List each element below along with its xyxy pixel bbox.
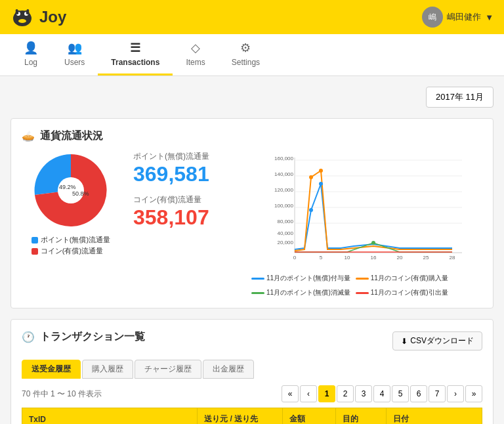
chart-legend-orange-label: 11月のコイン(有償)購入量	[371, 274, 448, 283]
svg-point-36	[371, 241, 375, 245]
currency-content: 49.2% 50.8% ポイント(無償)流通量 コイン(有償)流通量	[22, 151, 482, 297]
line-chart: 160,000 140,000 120,000 100,000 80,000 4…	[251, 151, 482, 269]
pie-chart: 49.2% 50.8%	[32, 151, 110, 230]
svg-text:140,000: 140,000	[274, 171, 293, 177]
chevron-down-icon: ▼	[485, 12, 494, 22]
transactions-section: 🕐 トランザクション一覧 ⬇ CSVダウンロード 送受金履歴 購入履歴 チャージ…	[10, 319, 494, 424]
svg-point-35	[319, 169, 323, 173]
svg-text:20: 20	[397, 255, 403, 261]
page-2-button[interactable]: 2	[337, 385, 354, 402]
chart-legend-green-label: 11月のポイント(無償)消滅量	[266, 288, 350, 297]
chart-legend-line-green	[251, 292, 264, 294]
nav-item-users[interactable]: 👥 Users	[51, 34, 98, 75]
chart-legend-red: 11月のコイン(有償)引出量	[356, 288, 448, 297]
log-icon: 👤	[24, 41, 38, 55]
legend-blue: ポイント(無償)流通量	[32, 235, 110, 245]
page-3-button[interactable]: 3	[355, 385, 372, 402]
transactions-icon: ☰	[130, 41, 140, 55]
chart-legend-blue-label: 11月のポイント(無償)付与量	[266, 274, 350, 283]
logo-area: Joy	[10, 5, 66, 29]
svg-text:100,000: 100,000	[274, 203, 293, 209]
nav-item-transactions[interactable]: ☰ Transactions	[98, 34, 173, 75]
nav-item-log[interactable]: 👤 Log	[10, 34, 51, 75]
pie-legend: ポイント(無償)流通量 コイン(有償)流通量	[32, 235, 110, 257]
point-label: ポイント(無償)流通量	[133, 151, 238, 162]
nav-label-settings: Settings	[232, 58, 260, 67]
col-amount: 金額	[283, 408, 336, 425]
avatar-initials: 嶋	[429, 12, 436, 23]
pagination: « ‹ 1 2 3 4 5 6 7 › »	[282, 385, 482, 402]
svg-text:5: 5	[320, 255, 323, 261]
logo-icon	[10, 5, 34, 29]
svg-text:80,000: 80,000	[278, 219, 294, 224]
date-selector-button[interactable]: 2017年 11月	[426, 87, 494, 108]
page-5-button[interactable]: 5	[392, 385, 409, 402]
svg-text:40,000: 40,000	[278, 230, 294, 236]
svg-text:16: 16	[371, 255, 377, 261]
page-6-button[interactable]: 6	[410, 385, 427, 402]
svg-text:120,000: 120,000	[274, 187, 293, 193]
page-4-button[interactable]: 4	[373, 385, 390, 402]
page-first-button[interactable]: «	[282, 385, 299, 402]
chart-legend-line-blue	[251, 278, 264, 280]
legend-red-label: コイン(有償)流通量	[41, 246, 103, 256]
currency-title-text: 通貨流通状況	[40, 129, 103, 143]
svg-text:20,000: 20,000	[278, 240, 294, 245]
svg-text:49.2%: 49.2%	[59, 184, 76, 190]
items-icon: ◇	[191, 41, 200, 55]
chart-legend-orange: 11月のコイン(有償)購入量	[356, 274, 448, 283]
header: Joy 嶋 嶋田健作 ▼	[0, 0, 504, 34]
table-header-row: TxID 送り元 / 送り先 金額 目的 日付	[22, 408, 482, 425]
col-from-to: 送り元 / 送り先	[198, 408, 283, 425]
svg-point-7	[18, 19, 26, 23]
svg-text:28: 28	[450, 255, 455, 261]
transactions-header: 🕐 トランザクション一覧 ⬇ CSVダウンロード	[22, 330, 482, 352]
legend-red: コイン(有償)流通量	[32, 246, 110, 256]
nav-item-items[interactable]: ◇ Items	[173, 34, 218, 75]
coin-stat: コイン(有償)流通量 358,107	[133, 194, 238, 230]
legend-red-dot	[32, 248, 38, 255]
transaction-tabs: 送受金履歴 購入履歴 チャージ履歴 出金履歴	[22, 360, 482, 379]
currency-section-title: 🥧 通貨流通状況	[22, 129, 482, 143]
tab-withdraw[interactable]: 出金履歴	[203, 360, 254, 379]
col-txid: TxID	[22, 408, 198, 425]
user-menu[interactable]: 嶋 嶋田健作 ▼	[422, 7, 494, 28]
transactions-title-icon: 🕐	[22, 331, 35, 343]
coin-label: コイン(有償)流通量	[133, 194, 238, 205]
chart-legend-line-red	[356, 292, 369, 294]
page-1-button[interactable]: 1	[318, 385, 335, 402]
col-date: 日付	[386, 408, 482, 425]
page-7-button[interactable]: 7	[429, 385, 446, 402]
svg-text:25: 25	[423, 255, 429, 261]
coin-value: 358,107	[133, 205, 238, 230]
chart-legend: 11月のポイント(無償)付与量 11月のコイン(有償)購入量 11月のポイント(…	[251, 274, 482, 297]
svg-text:10: 10	[345, 255, 350, 261]
page-prev-button[interactable]: ‹	[300, 385, 317, 402]
logo-text: Joy	[39, 8, 66, 26]
svg-text:0: 0	[293, 255, 297, 261]
transactions-title: 🕐 トランザクション一覧	[22, 330, 145, 344]
page-last-button[interactable]: »	[465, 385, 482, 402]
csv-download-button[interactable]: ⬇ CSVダウンロード	[392, 331, 482, 350]
nav-label-log: Log	[24, 58, 37, 67]
point-stat: ポイント(無償)流通量 369,581	[133, 151, 238, 186]
csv-label: CSVダウンロード	[410, 335, 474, 347]
settings-icon: ⚙	[240, 41, 251, 55]
tab-send-receive[interactable]: 送受金履歴	[22, 360, 81, 379]
currency-section: 🥧 通貨流通状況 49.2% 50.8% ポイント(無償)流	[10, 118, 494, 308]
page-content: 2017年 11月 🥧 通貨流通状況 49.2% 50.8%	[0, 76, 504, 424]
users-icon: 👥	[68, 41, 82, 55]
nav-item-settings[interactable]: ⚙ Settings	[219, 34, 273, 75]
currency-title-icon: 🥧	[22, 130, 35, 142]
chart-legend-red-label: 11月のコイン(有償)引出量	[371, 288, 448, 297]
tab-charge[interactable]: チャージ履歴	[135, 360, 201, 379]
nav-label-items: Items	[186, 58, 205, 67]
page-next-button[interactable]: ›	[447, 385, 464, 402]
user-name: 嶋田健作	[447, 11, 481, 23]
svg-point-34	[309, 175, 313, 179]
transactions-title-text: トランザクション一覧	[40, 330, 145, 344]
point-value: 369,581	[133, 162, 238, 186]
line-chart-area: 160,000 140,000 120,000 100,000 80,000 4…	[251, 151, 482, 297]
nav-label-users: Users	[64, 58, 85, 67]
tab-purchase[interactable]: 購入履歴	[82, 360, 133, 379]
